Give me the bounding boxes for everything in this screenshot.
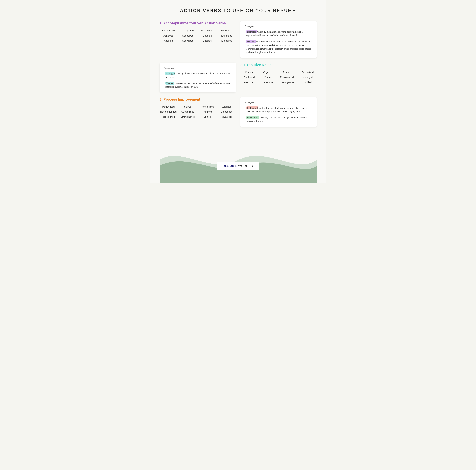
logo-box: RESUME WORDED (217, 162, 259, 170)
section1-example-right: Examples: · Promoted within 12 months du… (240, 21, 317, 58)
example-box-1: Examples: · Promoted within 12 months du… (240, 21, 317, 58)
example-item-3: · Managed opening of new store that gene… (164, 72, 231, 79)
highlight-managed: Managed (166, 72, 175, 75)
bullet-5: · (245, 106, 245, 110)
wave-section: RESUME WORDED (159, 132, 317, 183)
example-label-1: Examples: (245, 25, 312, 28)
example-item-5: · Redesigned protocol for handling workp… (245, 106, 312, 113)
highlight-doubled: Doubled (246, 40, 256, 43)
section3-example-right: Examples: · Redesigned protocol for hand… (240, 97, 317, 127)
section3-word-grid: Modernised Solved Transformed Widened Re… (159, 105, 236, 119)
page-title: ACTION VERBS TO USE ON YOUR RESUME (159, 8, 317, 13)
section2-right: 2. Executive Roles Chaired Organized Pro… (240, 63, 317, 92)
example-label-3: Examples: (245, 101, 312, 104)
bullet-2: · (245, 40, 245, 43)
logo-rest: WORDED (237, 164, 253, 168)
example-item-2: · Doubled new user acquisition from 10-1… (245, 40, 312, 54)
title-bold: ACTION VERBS (180, 8, 221, 13)
example-item-4: · Chaired customer service committee; ra… (164, 82, 231, 89)
highlight-chaired: Chaired (166, 82, 174, 85)
bullet-3: · (164, 72, 165, 75)
title-rest: TO USE ON YOUR RESUME (221, 8, 296, 13)
highlight-redesigned: Redesigned (246, 106, 259, 109)
bullet-4: · (164, 82, 165, 85)
highlight-streamlined: Streamlined (246, 116, 259, 119)
section1-left: 1. Accomplishment-driven Action Verbs Ac… (159, 21, 236, 58)
example-box-2: Examples: · Managed opening of new store… (159, 63, 236, 92)
section1-word-grid: Accelerated Completed Discovered Elimina… (159, 29, 236, 43)
section3-left: 3. Process Improvement Modernised Solved… (159, 97, 236, 127)
section3-title: 3. Process Improvement (159, 97, 236, 101)
bullet-6: · (245, 116, 245, 119)
section1-title: 1. Accomplishment-driven Action Verbs (159, 21, 236, 25)
logo-container: RESUME WORDED (217, 162, 259, 170)
bullet-1: · (245, 30, 245, 34)
example-item-1: · Promoted within 12 months due to stron… (245, 30, 312, 37)
example-item-6: · Streamlined assembly line process, lea… (245, 116, 312, 123)
section2-word-grid: Chaired Organized Produced Supervised Ev… (240, 70, 317, 84)
section1-example-left: Examples: · Managed opening of new store… (159, 63, 236, 92)
example-box-3: Examples: · Redesigned protocol for hand… (240, 97, 317, 127)
example-label-2: Examples: (164, 67, 231, 69)
highlight-promoted: Promoted (246, 30, 257, 33)
wave-decoration (159, 137, 317, 183)
logo-bold: RESUME (223, 164, 237, 168)
section2-title: 2. Executive Roles (240, 63, 317, 67)
